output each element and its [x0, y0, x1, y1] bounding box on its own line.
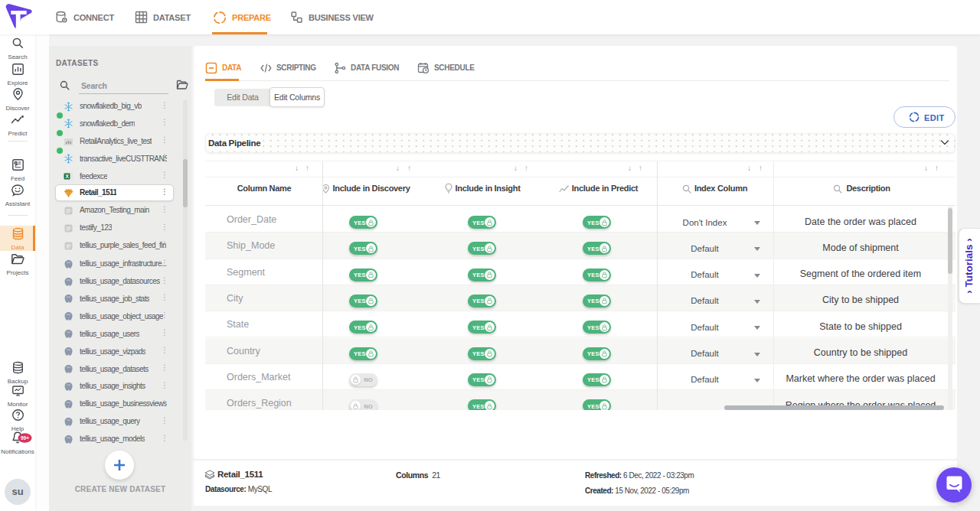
svg-text:99+: 99+ [21, 435, 29, 441]
svg-text:X: X [65, 174, 69, 179]
